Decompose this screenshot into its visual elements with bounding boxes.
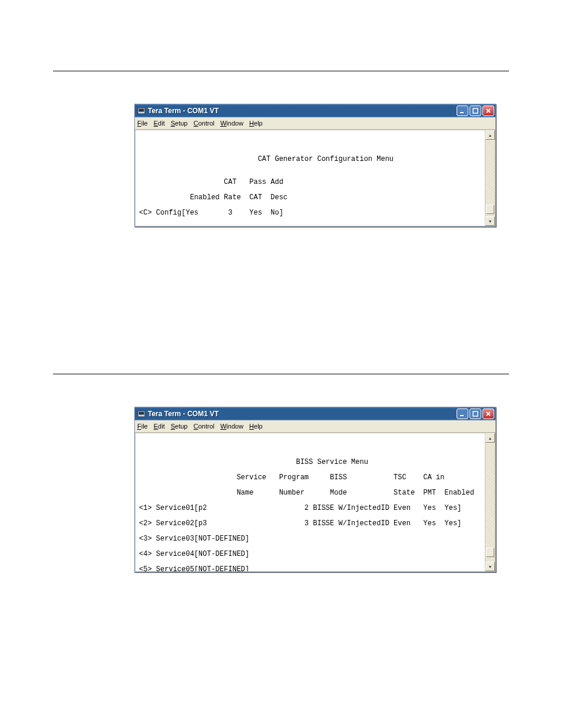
window-title: Tera Term - COM1 VT	[148, 107, 219, 115]
titlebar[interactable]: Tera Term - COM1 VT	[135, 104, 495, 117]
close-button[interactable]	[482, 409, 494, 419]
terminal-header: Name Number Mode State PMT Enabled	[139, 489, 482, 497]
terminal-row-service: <4> Service04[NOT-DEFINED]	[139, 551, 482, 558]
menu-help[interactable]: Help	[249, 423, 263, 430]
terminal-area: CAT Generator Configuration Menu CAT Pas…	[135, 130, 495, 226]
menu-control[interactable]: Control	[193, 120, 214, 127]
svg-rect-6	[460, 415, 464, 416]
vertical-scrollbar[interactable]	[485, 130, 495, 226]
terminal-row-service: <2> Service02[p3 3 BISSE W/InjectedID Ev…	[139, 520, 482, 528]
terminal-row-service: <1> Service01[p2 2 BISSE W/InjectedID Ev…	[139, 505, 482, 512]
menu-window[interactable]: Window	[220, 423, 243, 430]
tera-term-window-2: Tera Term - COM1 VT File Edit Setup Cont…	[134, 407, 496, 572]
scroll-down-button[interactable]	[485, 562, 495, 571]
maximize-button[interactable]	[470, 409, 481, 419]
terminal-icon	[137, 107, 146, 115]
scroll-thumb[interactable]	[486, 205, 494, 214]
scroll-up-button[interactable]	[485, 130, 495, 140]
scroll-down-button[interactable]	[485, 216, 495, 226]
scroll-thumb[interactable]	[486, 548, 494, 557]
menu-setup[interactable]: Setup	[171, 120, 188, 127]
scroll-track[interactable]	[485, 140, 495, 216]
terminal-title: CAT Generator Configuration Menu	[139, 156, 482, 163]
svg-rect-3	[473, 108, 478, 113]
titlebar[interactable]: Tera Term - COM1 VT	[135, 407, 495, 420]
terminal-title: BISS Service Menu	[139, 459, 482, 466]
menu-control[interactable]: Control	[193, 423, 214, 430]
tera-term-window-1: Tera Term - COM1 VT File Edit Setup Cont…	[134, 104, 496, 227]
terminal-header: CAT Pass Add	[139, 179, 482, 186]
menu-edit[interactable]: Edit	[154, 423, 165, 430]
menu-setup[interactable]: Setup	[171, 423, 188, 430]
scroll-up-button[interactable]	[485, 433, 495, 443]
terminal-row-config: <C> Config[Yes 3 Yes No]	[139, 209, 482, 217]
menu-edit[interactable]: Edit	[154, 120, 165, 127]
close-button[interactable]	[482, 106, 494, 116]
svg-rect-7	[473, 411, 478, 416]
vertical-scrollbar[interactable]	[485, 433, 495, 571]
terminal-row-service: <3> Service03[NOT-DEFINED]	[139, 535, 482, 543]
divider-top	[53, 71, 509, 71]
terminal-output[interactable]: CAT Generator Configuration Menu CAT Pas…	[135, 130, 495, 226]
menu-help[interactable]: Help	[249, 120, 263, 127]
terminal-header: Enabled Rate CAT Desc	[139, 194, 482, 202]
divider-mid	[53, 374, 509, 374]
menu-file[interactable]: File	[137, 423, 148, 430]
svg-rect-5	[139, 412, 144, 415]
maximize-button[interactable]	[470, 106, 481, 116]
terminal-row-service: <5> Service05[NOT-DEFINED]	[139, 566, 482, 571]
menu-window[interactable]: Window	[220, 120, 243, 127]
menubar: File Edit Setup Control Window Help	[135, 117, 495, 130]
svg-rect-2	[460, 112, 464, 113]
menubar: File Edit Setup Control Window Help	[135, 420, 495, 433]
minimize-button[interactable]	[457, 409, 468, 419]
window-title: Tera Term - COM1 VT	[148, 410, 219, 418]
svg-rect-1	[139, 109, 144, 112]
menu-file[interactable]: File	[137, 120, 148, 127]
terminal-area: BISS Service Menu Service Program BISS T…	[135, 433, 495, 572]
minimize-button[interactable]	[457, 106, 468, 116]
terminal-output[interactable]: BISS Service Menu Service Program BISS T…	[135, 433, 495, 571]
terminal-icon	[137, 410, 146, 418]
terminal-header: Service Program BISS TSC CA in	[139, 474, 482, 482]
scroll-track[interactable]	[485, 443, 495, 562]
